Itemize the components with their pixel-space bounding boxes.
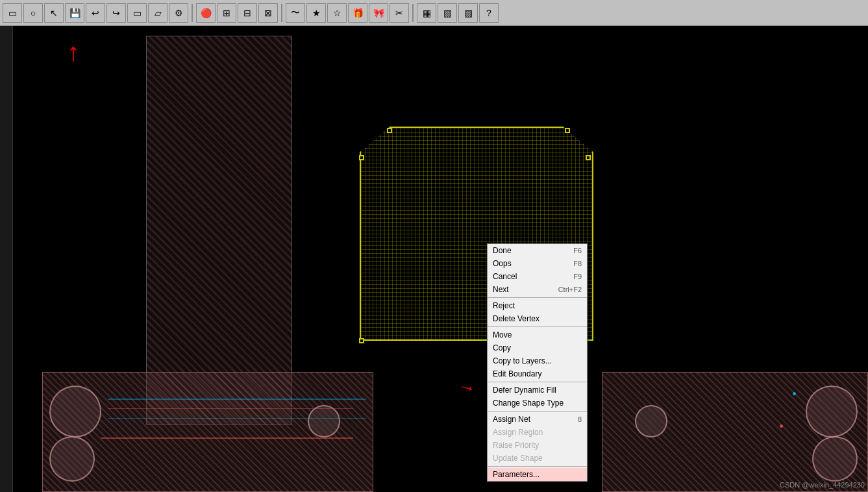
separator-3 <box>412 4 414 22</box>
tool-btn-1[interactable]: 🔴 <box>196 3 216 23</box>
new-button[interactable]: ▭ <box>3 3 22 23</box>
pcb-dots <box>147 36 291 127</box>
handle-mr <box>586 155 591 160</box>
menu-label-copy: Copy <box>493 343 577 352</box>
menu-item-cancel[interactable]: Cancel F9 <box>488 270 587 283</box>
layer-btn-2[interactable]: ▧ <box>438 3 457 23</box>
separator-2 <box>281 4 282 22</box>
menu-label-copy-to-layers: Copy to Layers... <box>493 356 577 365</box>
menu-label-change-shape: Change Shape Type <box>493 399 577 408</box>
pcb-circle-br3 <box>635 405 667 437</box>
arrow-up-indicator: ↑ <box>67 39 80 65</box>
menu-item-edit-boundary[interactable]: Edit Boundary <box>488 367 587 380</box>
gift-btn-1[interactable]: 🎁 <box>348 3 367 23</box>
layer-btn-3[interactable]: ▨ <box>458 3 478 23</box>
menu-label-next: Next <box>493 285 553 294</box>
pcb-circle-bl3 <box>308 405 340 437</box>
menu-item-raise-priority[interactable]: Raise Priority <box>488 439 587 452</box>
trace-2 <box>108 408 353 409</box>
star-btn-1[interactable]: ★ <box>306 3 326 23</box>
menu-item-assign-net[interactable]: Assign Net 8 <box>488 413 587 426</box>
menu-item-copy-to-layers[interactable]: Copy to Layers... <box>488 354 587 367</box>
menu-shortcut-oops: F8 <box>573 260 582 267</box>
canvas-area: ↑ → Done F6 Oops F8 <box>0 26 868 492</box>
menu-item-next[interactable]: Next Ctrl+F2 <box>488 283 587 296</box>
pcb-bottom-right <box>602 372 868 492</box>
toolbar: ▭ ○ ↖ 💾 ↩ ↪ ▭ ▱ ⚙ 🔴 ⊞ ⊟ ⊠ 〜 ★ ☆ 🎁 🎀 ✂ ▦ … <box>0 0 868 26</box>
pcb-board-left <box>146 36 292 425</box>
sep-1 <box>488 297 587 298</box>
sep-4 <box>488 411 587 412</box>
menu-item-copy[interactable]: Copy <box>488 341 587 354</box>
component-button[interactable]: ⚙ <box>169 3 188 23</box>
handle-bl <box>359 338 364 343</box>
menu-label-done: Done <box>493 246 568 255</box>
watermark-text: CSDN @weixin_44294230 <box>780 481 865 489</box>
undo-button[interactable]: ↩ <box>86 3 105 23</box>
layer-btn-1[interactable]: ▦ <box>417 3 436 23</box>
watermark: CSDN @weixin_44294230 <box>780 481 865 489</box>
menu-shortcut-assign-net: 8 <box>578 415 582 423</box>
menu-label-defer-fill: Defer Dynamic Fill <box>493 386 577 395</box>
sep-3 <box>488 382 587 382</box>
menu-label-oops: Oops <box>493 259 568 268</box>
via-1 <box>793 392 796 395</box>
pcb-circle-bl2 <box>49 436 95 482</box>
menu-label-update-shape: Update Shape <box>493 454 577 463</box>
menu-item-change-shape[interactable]: Change Shape Type <box>488 397 587 410</box>
menu-label-cancel: Cancel <box>493 272 568 281</box>
arrow-right-indicator: → <box>455 375 478 400</box>
tool-btn-3[interactable]: ⊟ <box>238 3 257 23</box>
circle-button[interactable]: ○ <box>23 3 43 23</box>
rect-button[interactable]: ▭ <box>127 3 147 23</box>
tool-btn-4[interactable]: ⊠ <box>258 3 278 23</box>
trace-1 <box>108 399 366 400</box>
menu-item-defer-fill[interactable]: Defer Dynamic Fill <box>488 384 587 397</box>
separator-1 <box>192 4 193 22</box>
gift-btn-2[interactable]: 🎀 <box>369 3 388 23</box>
trace-3 <box>108 418 366 419</box>
tool-btn-2[interactable]: ⊞ <box>217 3 236 23</box>
star-btn-2[interactable]: ☆ <box>327 3 347 23</box>
menu-shortcut-next: Ctrl+F2 <box>558 286 582 293</box>
menu-item-update-shape[interactable]: Update Shape <box>488 452 587 465</box>
menu-item-move[interactable]: Move <box>488 328 587 341</box>
menu-label-assign-region: Assign Region <box>493 428 577 437</box>
left-ruler <box>0 26 13 492</box>
menu-label-parameters: Parameters... <box>493 470 577 479</box>
wave-btn[interactable]: 〜 <box>286 3 305 23</box>
menu-shortcut-cancel: F9 <box>573 273 582 280</box>
menu-item-assign-region[interactable]: Assign Region <box>488 426 587 439</box>
menu-label-delete-vertex: Delete Vertex <box>493 314 577 323</box>
pcb-bottom-left <box>42 372 373 492</box>
handle-tr <box>565 128 570 133</box>
context-menu: Done F6 Oops F8 Cancel F9 Next Ctrl+F2 R… <box>487 243 588 482</box>
menu-label-edit-boundary: Edit Boundary <box>493 369 577 378</box>
trace-4 <box>101 437 353 439</box>
redo-button[interactable]: ↪ <box>106 3 126 23</box>
pointer-button[interactable]: ↖ <box>44 3 64 23</box>
save-button[interactable]: 💾 <box>65 3 84 23</box>
pcb-circle-br1 <box>806 386 858 437</box>
menu-label-reject: Reject <box>493 301 577 310</box>
scissors-btn[interactable]: ✂ <box>390 3 409 23</box>
menu-item-parameters[interactable]: Parameters... <box>488 468 587 481</box>
menu-label-raise-priority: Raise Priority <box>493 441 577 450</box>
sep-2 <box>488 326 587 327</box>
pcb-circle-bl1 <box>49 386 101 437</box>
pcb-circle-br2 <box>812 436 858 482</box>
menu-label-move: Move <box>493 330 577 339</box>
menu-item-done[interactable]: Done F6 <box>488 244 587 257</box>
rect2-button[interactable]: ▱ <box>148 3 167 23</box>
sep-5 <box>488 466 587 467</box>
menu-item-delete-vertex[interactable]: Delete Vertex <box>488 312 587 325</box>
menu-label-assign-net: Assign Net <box>493 415 573 424</box>
menu-item-reject[interactable]: Reject <box>488 299 587 312</box>
menu-item-oops[interactable]: Oops F8 <box>488 257 587 270</box>
handle-tl <box>387 128 392 133</box>
handle-ml <box>359 155 364 160</box>
via-2 <box>780 424 783 428</box>
help-btn[interactable]: ? <box>479 3 499 23</box>
menu-shortcut-done: F6 <box>573 247 582 254</box>
